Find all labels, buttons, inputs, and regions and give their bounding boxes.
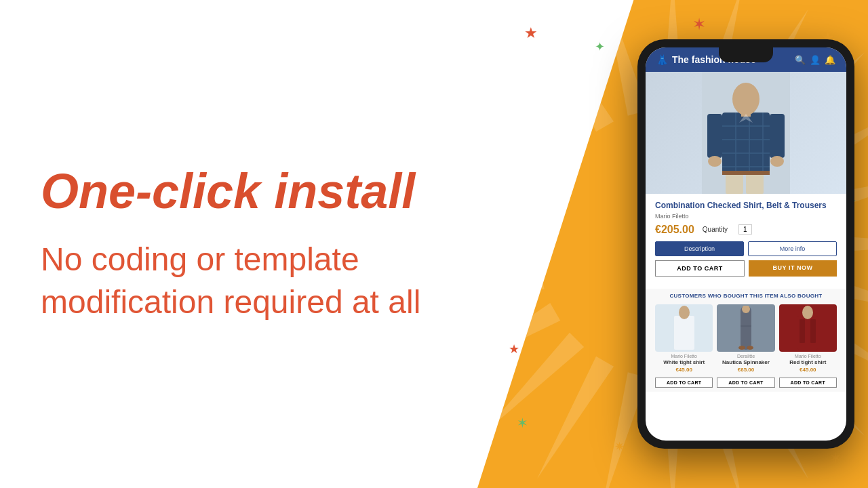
tab-description[interactable]: Description	[655, 241, 744, 256]
quantity-label: Quantity	[703, 226, 728, 233]
item-brand-2: Deralitte	[717, 354, 774, 359]
also-bought-section: CUSTOMERS WHO BOUGHT THIS ITEM ALSO BOUG…	[646, 289, 846, 392]
item-image-1	[655, 304, 713, 352]
svg-point-43	[770, 156, 784, 167]
cart-buttons: ADD TO CART BUY IT NOW	[655, 260, 837, 277]
item-brand-1: Mario Filetto	[655, 354, 713, 359]
svg-rect-46	[676, 319, 682, 343]
also-bought-items: Mario Filetto White tight shirt €45.00 A…	[655, 304, 837, 388]
buy-now-button[interactable]: BUY IT NOW	[749, 260, 837, 277]
product-details: Combination Checked Shirt, Belt & Trouse…	[646, 194, 846, 289]
item-price-3: €45.00	[779, 367, 837, 373]
list-item: Mario Filetto Red tight shirt €45.00 ADD…	[779, 304, 837, 388]
svg-point-42	[708, 156, 722, 167]
product-price-row: €205.00 Quantity 1	[655, 224, 837, 236]
svg-marker-18	[477, 234, 537, 254]
svg-rect-37	[726, 172, 743, 194]
svg-rect-41	[770, 114, 785, 158]
item-add-button-2[interactable]: ADD TO CART	[717, 378, 774, 388]
svg-rect-47	[687, 319, 692, 343]
item-add-button-1[interactable]: ADD TO CART	[655, 378, 713, 388]
svg-point-33	[732, 83, 760, 115]
svg-point-52	[747, 346, 753, 350]
product-image	[702, 72, 790, 194]
product-image-area	[646, 72, 846, 194]
subtext: No coding or template modification requi…	[41, 239, 437, 323]
svg-point-51	[738, 346, 745, 350]
add-to-cart-button[interactable]: ADD TO CART	[655, 260, 745, 277]
left-panel: One-click install No coding or template …	[0, 0, 477, 488]
item-name-3: Red tight shirt	[779, 359, 837, 366]
product-price: €205.00	[655, 224, 694, 236]
item-add-button-3[interactable]: ADD TO CART	[779, 378, 837, 388]
nav-icons: 🔍 👤 🔔	[795, 55, 835, 65]
also-bought-title: CUSTOMERS WHO BOUGHT THIS ITEM ALSO BOUG…	[655, 293, 837, 299]
product-brand: Mario Filetto	[655, 213, 837, 220]
headline: One-click install	[41, 165, 437, 218]
item-brand-3: Mario Filetto	[779, 354, 837, 359]
list-item: Mario Filetto White tight shirt €45.00 A…	[655, 304, 713, 388]
item-price-1: €45.00	[655, 367, 713, 373]
product-title: Combination Checked Shirt, Belt & Trouse…	[655, 201, 837, 211]
quantity-value: 1	[738, 224, 752, 235]
tab-more-info[interactable]: More info	[748, 241, 837, 256]
item-price-2: €65.00	[717, 367, 774, 373]
svg-rect-40	[707, 114, 722, 158]
phone-mockup: 👗 The fashion house 🔍 👤 🔔	[637, 39, 854, 449]
user-icon: 👤	[810, 55, 821, 65]
dress-icon: 👗	[656, 54, 668, 65]
item-image-2	[717, 304, 774, 352]
svg-rect-55	[800, 319, 805, 343]
svg-rect-39	[722, 171, 770, 175]
svg-rect-38	[746, 172, 764, 194]
bell-icon: 🔔	[825, 55, 835, 65]
search-icon: 🔍	[795, 55, 806, 65]
svg-point-45	[679, 306, 690, 319]
item-name-1: White tight shirt	[655, 359, 713, 366]
phone-notch	[719, 47, 773, 62]
right-panel: ★✦✶✷★✦✶✷★✦✶✷★✦ 👗 The fashion house 🔍 👤 🔔	[477, 0, 868, 488]
item-image-3	[779, 304, 837, 352]
product-tabs: Description More info	[655, 241, 837, 256]
svg-point-54	[802, 306, 813, 319]
item-name-2: Nautica Spinnaker	[717, 359, 774, 366]
svg-rect-56	[810, 319, 816, 343]
list-item: Deralitte Nautica Spinnaker €65.00 ADD T…	[717, 304, 774, 388]
